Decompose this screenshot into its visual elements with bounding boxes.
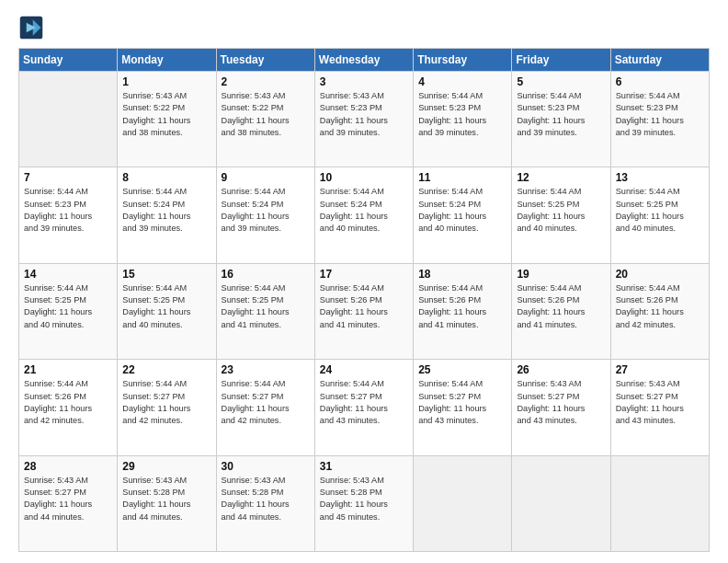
day-number: 26 (517, 363, 605, 376)
day-info: Sunrise: 5:44 AM Sunset: 5:26 PM Dayligh… (320, 282, 408, 331)
week-row-5: 28Sunrise: 5:43 AM Sunset: 5:27 PM Dayli… (19, 455, 710, 551)
week-row-4: 21Sunrise: 5:44 AM Sunset: 5:26 PM Dayli… (19, 360, 710, 455)
day-cell: 31Sunrise: 5:43 AM Sunset: 5:28 PM Dayli… (314, 455, 413, 551)
day-cell: 23Sunrise: 5:44 AM Sunset: 5:27 PM Dayli… (216, 360, 314, 455)
day-cell: 18Sunrise: 5:44 AM Sunset: 5:26 PM Dayli… (414, 263, 512, 359)
day-info: Sunrise: 5:43 AM Sunset: 5:27 PM Dayligh… (616, 378, 704, 427)
day-cell (610, 455, 709, 551)
day-number: 17 (320, 268, 408, 281)
day-info: Sunrise: 5:43 AM Sunset: 5:28 PM Dayligh… (122, 475, 210, 523)
day-cell: 22Sunrise: 5:44 AM Sunset: 5:27 PM Dayli… (118, 360, 216, 455)
day-info: Sunrise: 5:44 AM Sunset: 5:24 PM Dayligh… (320, 186, 408, 235)
day-number: 4 (418, 75, 506, 88)
day-info: Sunrise: 5:44 AM Sunset: 5:26 PM Dayligh… (517, 282, 605, 331)
day-number: 21 (24, 363, 112, 376)
page: SundayMondayTuesdayWednesdayThursdayFrid… (0, 0, 728, 563)
day-cell: 29Sunrise: 5:43 AM Sunset: 5:28 PM Dayli… (118, 455, 216, 551)
day-number: 10 (320, 171, 408, 184)
header-cell-wednesday: Wednesday (314, 49, 413, 72)
day-cell: 16Sunrise: 5:44 AM Sunset: 5:25 PM Dayli… (216, 263, 314, 359)
day-info: Sunrise: 5:44 AM Sunset: 5:23 PM Dayligh… (24, 186, 112, 235)
day-number: 11 (418, 171, 506, 184)
day-cell: 24Sunrise: 5:44 AM Sunset: 5:27 PM Dayli… (314, 360, 413, 455)
day-info: Sunrise: 5:44 AM Sunset: 5:26 PM Dayligh… (418, 282, 506, 331)
day-number: 29 (122, 460, 210, 473)
day-number: 16 (222, 268, 310, 281)
day-cell: 11Sunrise: 5:44 AM Sunset: 5:24 PM Dayli… (414, 167, 512, 263)
day-number: 19 (517, 268, 605, 281)
day-info: Sunrise: 5:44 AM Sunset: 5:24 PM Dayligh… (122, 186, 210, 235)
day-cell: 20Sunrise: 5:44 AM Sunset: 5:26 PM Dayli… (610, 263, 709, 359)
day-cell: 6Sunrise: 5:44 AM Sunset: 5:23 PM Daylig… (610, 72, 709, 167)
day-cell: 2Sunrise: 5:43 AM Sunset: 5:22 PM Daylig… (216, 72, 314, 167)
day-number: 20 (616, 268, 704, 281)
day-info: Sunrise: 5:44 AM Sunset: 5:27 PM Dayligh… (320, 378, 408, 427)
day-cell (414, 455, 512, 551)
logo (18, 15, 48, 40)
day-info: Sunrise: 5:44 AM Sunset: 5:23 PM Dayligh… (616, 90, 704, 139)
day-cell: 12Sunrise: 5:44 AM Sunset: 5:25 PM Dayli… (512, 167, 610, 263)
day-info: Sunrise: 5:44 AM Sunset: 5:27 PM Dayligh… (418, 378, 506, 427)
day-number: 8 (122, 171, 210, 184)
day-info: Sunrise: 5:43 AM Sunset: 5:22 PM Dayligh… (122, 90, 210, 139)
day-info: Sunrise: 5:43 AM Sunset: 5:28 PM Dayligh… (222, 475, 310, 523)
day-cell: 25Sunrise: 5:44 AM Sunset: 5:27 PM Dayli… (414, 360, 512, 455)
day-number: 24 (320, 363, 408, 376)
day-cell: 28Sunrise: 5:43 AM Sunset: 5:27 PM Dayli… (19, 455, 118, 551)
day-info: Sunrise: 5:44 AM Sunset: 5:23 PM Dayligh… (517, 90, 605, 139)
header-cell-tuesday: Tuesday (216, 49, 314, 72)
day-number: 12 (517, 171, 605, 184)
day-cell: 21Sunrise: 5:44 AM Sunset: 5:26 PM Dayli… (19, 360, 118, 455)
week-row-2: 7Sunrise: 5:44 AM Sunset: 5:23 PM Daylig… (19, 167, 710, 263)
day-cell (19, 72, 118, 167)
header-row: SundayMondayTuesdayWednesdayThursdayFrid… (19, 49, 710, 72)
header-cell-monday: Monday (118, 49, 216, 72)
day-cell: 26Sunrise: 5:43 AM Sunset: 5:27 PM Dayli… (512, 360, 610, 455)
day-number: 13 (616, 171, 704, 184)
day-cell: 27Sunrise: 5:43 AM Sunset: 5:27 PM Dayli… (610, 360, 709, 455)
day-number: 7 (24, 171, 112, 184)
day-number: 6 (616, 75, 704, 88)
day-number: 5 (517, 75, 605, 88)
day-cell: 14Sunrise: 5:44 AM Sunset: 5:25 PM Dayli… (19, 263, 118, 359)
day-number: 25 (418, 363, 506, 376)
day-number: 23 (222, 363, 310, 376)
day-number: 1 (122, 75, 210, 88)
week-row-1: 1Sunrise: 5:43 AM Sunset: 5:22 PM Daylig… (19, 72, 710, 167)
day-info: Sunrise: 5:43 AM Sunset: 5:23 PM Dayligh… (320, 90, 408, 139)
day-number: 28 (24, 460, 112, 473)
day-info: Sunrise: 5:44 AM Sunset: 5:27 PM Dayligh… (222, 378, 310, 427)
day-cell: 30Sunrise: 5:43 AM Sunset: 5:28 PM Dayli… (216, 455, 314, 551)
day-info: Sunrise: 5:44 AM Sunset: 5:26 PM Dayligh… (24, 378, 112, 427)
day-cell: 8Sunrise: 5:44 AM Sunset: 5:24 PM Daylig… (118, 167, 216, 263)
header-cell-friday: Friday (512, 49, 610, 72)
calendar: SundayMondayTuesdayWednesdayThursdayFrid… (18, 48, 710, 552)
header-cell-saturday: Saturday (610, 49, 709, 72)
day-info: Sunrise: 5:43 AM Sunset: 5:27 PM Dayligh… (517, 378, 605, 427)
header (18, 15, 710, 40)
logo-icon (18, 15, 44, 40)
day-cell: 13Sunrise: 5:44 AM Sunset: 5:25 PM Dayli… (610, 167, 709, 263)
day-info: Sunrise: 5:44 AM Sunset: 5:25 PM Dayligh… (24, 282, 112, 331)
header-cell-sunday: Sunday (19, 49, 118, 72)
day-cell (512, 455, 610, 551)
day-cell: 19Sunrise: 5:44 AM Sunset: 5:26 PM Dayli… (512, 263, 610, 359)
day-info: Sunrise: 5:44 AM Sunset: 5:24 PM Dayligh… (222, 186, 310, 235)
day-info: Sunrise: 5:44 AM Sunset: 5:25 PM Dayligh… (616, 186, 704, 235)
day-number: 31 (320, 460, 408, 473)
day-number: 14 (24, 268, 112, 281)
day-cell: 4Sunrise: 5:44 AM Sunset: 5:23 PM Daylig… (414, 72, 512, 167)
day-info: Sunrise: 5:44 AM Sunset: 5:23 PM Dayligh… (418, 90, 506, 139)
header-cell-thursday: Thursday (414, 49, 512, 72)
day-number: 3 (320, 75, 408, 88)
day-info: Sunrise: 5:44 AM Sunset: 5:24 PM Dayligh… (418, 186, 506, 235)
day-info: Sunrise: 5:43 AM Sunset: 5:22 PM Dayligh… (222, 90, 310, 139)
week-row-3: 14Sunrise: 5:44 AM Sunset: 5:25 PM Dayli… (19, 263, 710, 359)
day-number: 18 (418, 268, 506, 281)
day-info: Sunrise: 5:44 AM Sunset: 5:27 PM Dayligh… (122, 378, 210, 427)
day-number: 27 (616, 363, 704, 376)
day-number: 2 (222, 75, 310, 88)
day-number: 15 (122, 268, 210, 281)
day-info: Sunrise: 5:43 AM Sunset: 5:27 PM Dayligh… (24, 475, 112, 523)
day-cell: 7Sunrise: 5:44 AM Sunset: 5:23 PM Daylig… (19, 167, 118, 263)
